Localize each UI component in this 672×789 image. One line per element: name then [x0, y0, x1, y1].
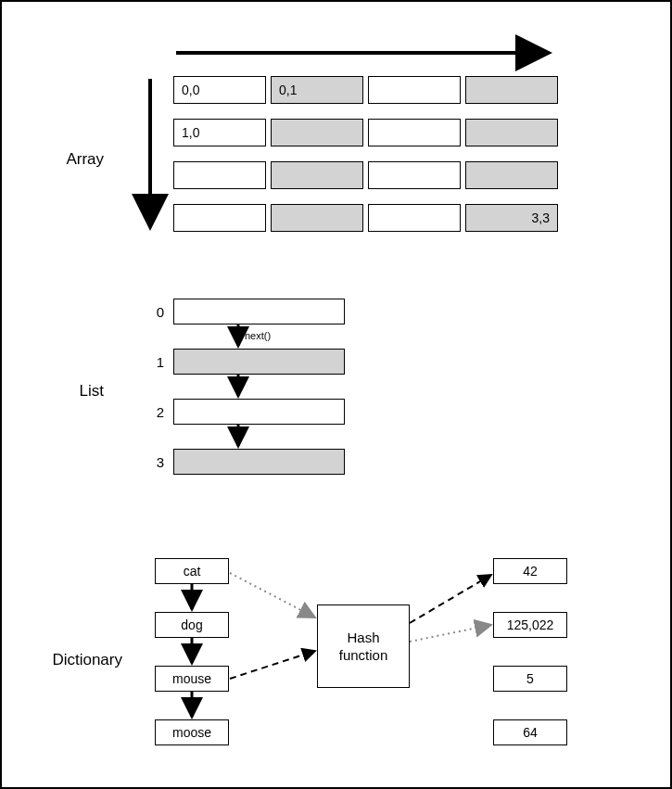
svg-line-10 [230, 651, 315, 679]
dict-value-0: 42 [493, 558, 567, 584]
hash-function-box: Hash function [317, 604, 410, 688]
array-cell-1-0: 1,0 [173, 119, 266, 146]
list-index-2: 2 [146, 404, 164, 420]
array-cell-3-1 [271, 204, 363, 232]
next-label: next() [245, 330, 271, 341]
list-cell-0 [173, 299, 345, 325]
svg-line-9 [410, 625, 491, 642]
array-cell-1-2 [368, 119, 461, 146]
list-cell-1 [173, 349, 345, 375]
array-cell-2-0 [173, 161, 266, 189]
list-label: List [57, 382, 104, 401]
array-cell-0-0: 0,0 [173, 76, 266, 104]
dict-value-1: 125,022 [493, 612, 567, 638]
list-index-0: 0 [146, 304, 164, 320]
array-cell-1-3 [465, 119, 558, 146]
dict-key-0: cat [155, 558, 229, 584]
dict-value-2: 5 [493, 666, 567, 692]
array-cell-2-2 [368, 161, 461, 189]
svg-line-11 [410, 575, 491, 623]
list-index-1: 1 [146, 354, 164, 370]
dict-key-1: dog [155, 612, 229, 638]
dict-key-2: mouse [155, 666, 229, 692]
list-index-3: 3 [146, 454, 164, 470]
array-cell-3-2 [368, 204, 461, 232]
array-cell-0-3 [465, 76, 558, 104]
array-cell-0-2 [368, 76, 461, 104]
dict-key-3: moose [155, 719, 229, 745]
array-cell-3-0 [173, 204, 266, 232]
array-cell-3-3: 3,3 [465, 204, 558, 232]
diagram-frame: Array 0,0 0,1 1,0 3,3 List 0 1 2 3 next(… [0, 0, 672, 789]
list-cell-3 [173, 449, 345, 475]
dict-value-3: 64 [493, 719, 567, 745]
list-cell-2 [173, 399, 345, 425]
array-cell-1-1 [271, 119, 363, 146]
array-cell-2-3 [465, 161, 558, 189]
dictionary-label: Dictionary [39, 651, 122, 669]
array-cell-0-1: 0,1 [271, 76, 363, 104]
array-cell-2-1 [271, 161, 363, 189]
array-label: Array [48, 150, 104, 169]
svg-line-8 [230, 573, 315, 617]
